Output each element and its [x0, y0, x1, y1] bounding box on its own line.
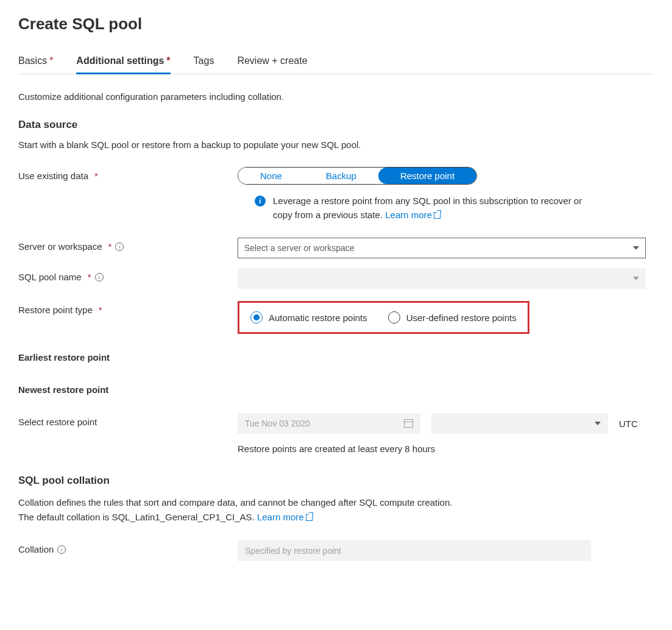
- section-data-source-desc: Start with a blank SQL pool or restore f…: [18, 140, 654, 150]
- radio-icon: [388, 311, 400, 324]
- collation-input: Specified by restore point: [238, 540, 591, 561]
- collation-label: Collation i: [18, 540, 238, 554]
- dropdown-placeholder: Select a server or workspace: [244, 243, 355, 253]
- tab-label: Tags: [194, 55, 214, 66]
- info-icon: i: [255, 196, 266, 207]
- pill-backup[interactable]: Backup: [304, 168, 378, 184]
- restore-point-date-input[interactable]: Tue Nov 03 2020: [238, 413, 420, 434]
- restore-point-note: Restore points are created at least ever…: [238, 444, 654, 454]
- tooltip-icon[interactable]: i: [57, 545, 66, 554]
- label-text: Server or workspace: [18, 241, 102, 252]
- radio-label: Automatic restore points: [269, 313, 367, 323]
- chevron-down-icon: [595, 422, 601, 425]
- pill-restore-point[interactable]: Restore point: [378, 168, 476, 184]
- chevron-down-icon: [633, 246, 639, 250]
- sql-pool-name-label: SQL pool name* i: [18, 268, 238, 282]
- tab-label: Review + create: [237, 55, 307, 66]
- radio-automatic-restore-points[interactable]: Automatic restore points: [250, 311, 367, 324]
- learn-more-link[interactable]: Learn more: [385, 210, 440, 220]
- page-title: Create SQL pool: [18, 15, 654, 34]
- label-text: Use existing data: [18, 171, 88, 181]
- desc-line: The default collation is SQL_Latin1_Gene…: [18, 512, 257, 522]
- earliest-restore-point-label: Earliest restore point: [18, 349, 238, 363]
- tab-additional-settings[interactable]: Additional settings*: [76, 55, 170, 74]
- newest-restore-point-label: Newest restore point: [18, 381, 238, 395]
- restore-point-type-radio-group: Automatic restore points User-defined re…: [238, 301, 529, 334]
- sql-pool-name-dropdown[interactable]: [238, 268, 646, 289]
- collation-description: Collation defines the rules that sort an…: [18, 495, 654, 525]
- required-indicator: *: [108, 241, 112, 252]
- timezone-label: UTC: [619, 419, 638, 429]
- pill-none[interactable]: None: [238, 168, 304, 184]
- required-indicator: *: [49, 55, 53, 66]
- server-workspace-label: Server or workspace* i: [18, 238, 238, 252]
- external-link-icon: [306, 514, 313, 521]
- use-existing-data-toggle: None Backup Restore point: [238, 167, 477, 185]
- tab-label: Additional settings: [76, 55, 164, 66]
- tooltip-icon[interactable]: i: [95, 273, 104, 281]
- collation-learn-more-link[interactable]: Learn more: [257, 512, 313, 522]
- required-indicator: *: [88, 272, 91, 282]
- date-value: Tue Nov 03 2020: [245, 419, 310, 428]
- label-text: Restore point type: [18, 305, 93, 315]
- radio-icon: [250, 311, 263, 324]
- tab-tags[interactable]: Tags: [194, 55, 214, 74]
- link-text: Learn more: [257, 512, 304, 522]
- section-collation-title: SQL pool collation: [18, 475, 654, 487]
- server-workspace-dropdown[interactable]: Select a server or workspace: [238, 238, 646, 258]
- collation-value: Specified by restore point: [245, 546, 341, 556]
- external-link-icon: [434, 212, 440, 219]
- required-indicator: *: [99, 305, 102, 315]
- restore-point-type-label: Restore point type*: [18, 301, 238, 315]
- required-indicator: *: [94, 171, 98, 181]
- restore-point-hint: i Leverage a restore point from any SQL …: [255, 194, 596, 222]
- tab-basics[interactable]: Basics*: [18, 55, 53, 74]
- radio-user-defined-restore-points[interactable]: User-defined restore points: [388, 311, 517, 324]
- label-text: Collation: [18, 544, 54, 554]
- calendar-icon: [404, 419, 413, 428]
- desc-line: Collation defines the rules that sort an…: [18, 497, 452, 508]
- chevron-down-icon: [633, 277, 639, 280]
- restore-point-time-dropdown[interactable]: [431, 413, 608, 434]
- required-indicator: *: [166, 55, 170, 66]
- use-existing-data-label: Use existing data*: [18, 167, 238, 181]
- radio-label: User-defined restore points: [406, 313, 517, 323]
- tooltip-icon[interactable]: i: [115, 242, 124, 251]
- select-restore-point-label: Select restore point: [18, 413, 238, 427]
- label-text: SQL pool name: [18, 272, 82, 282]
- tab-review-create[interactable]: Review + create: [237, 55, 307, 74]
- link-text: Learn more: [385, 210, 432, 220]
- wizard-tabs: Basics* Additional settings* Tags Review…: [18, 55, 654, 74]
- tab-label: Basics: [18, 55, 47, 66]
- intro-text: Customize additional configuration param…: [18, 91, 654, 102]
- section-data-source-title: Data source: [18, 119, 654, 131]
